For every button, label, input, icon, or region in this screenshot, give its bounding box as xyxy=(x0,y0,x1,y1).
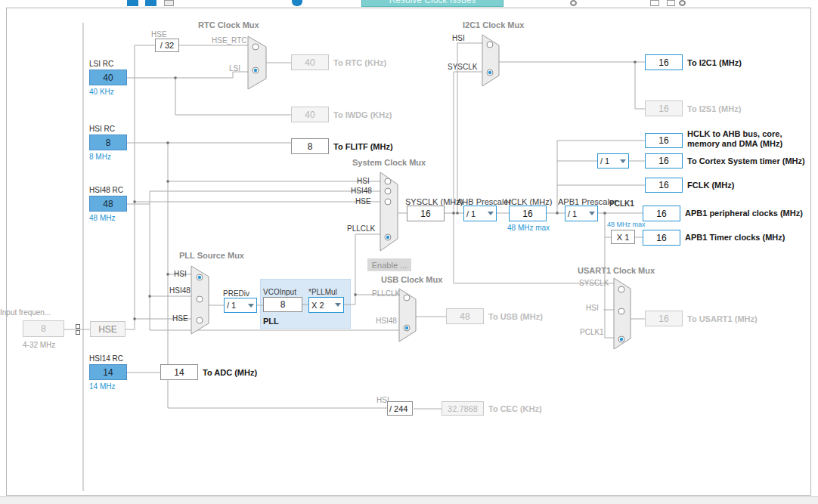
hsi14-frequency: 14 MHz xyxy=(89,382,115,391)
vco-input-box: 8 xyxy=(263,297,302,312)
rtc-hse-rtc-label: HSE_RTC xyxy=(212,36,247,45)
wires xyxy=(64,23,645,491)
usart1-mux-radio-sysclk[interactable] xyxy=(618,286,624,292)
cortex-prescaler-dropdown[interactable]: / 1 xyxy=(597,153,629,169)
pclk1-label: PCLK1 xyxy=(609,199,634,208)
ahb-prescaler-dropdown[interactable]: / 1 xyxy=(463,206,497,221)
usb-hsi48-in-label: HSI48 xyxy=(376,317,397,325)
i2s1-out-box: 16 xyxy=(645,100,683,116)
input-frequency-field[interactable]: 8 xyxy=(23,320,64,337)
hsi48-frequency: 48 MHz xyxy=(89,214,115,222)
pll-mux-radio-hse[interactable] xyxy=(197,317,203,323)
i2c1-mux-title: I2C1 Clock Mux xyxy=(463,20,524,29)
prediv-label: PREDiv xyxy=(223,289,249,298)
usart1-mux-title: USART1 Clock Mux xyxy=(578,266,655,275)
lsi-name: LSI RC xyxy=(89,60,113,68)
adc-out-label: To ADC (MHz) xyxy=(203,368,278,377)
usart1-sysclk-in-label: SYSCLK xyxy=(579,279,609,287)
vco-input-label: VCOInput xyxy=(263,288,296,296)
clock-configuration-screen: Resolve Clock Issues xyxy=(0,0,818,504)
pll-mux-radio-hsi48[interactable] xyxy=(197,296,203,302)
pll-hsi-in-label: HSI xyxy=(174,270,187,278)
i2c1-out-box[interactable]: 16 xyxy=(645,54,683,70)
mux-shapes xyxy=(191,35,631,349)
rtc-mux-radio-hse[interactable] xyxy=(253,44,259,50)
hse-connection-handle-bottom[interactable] xyxy=(76,330,80,335)
pllmul-value: X 2 xyxy=(311,301,324,310)
input-frequency-range: 4-32 MHz xyxy=(23,341,55,349)
system-hse-in-label: HSE xyxy=(355,197,371,206)
cec-out-box: 32.7868 xyxy=(442,401,484,416)
usb-pllclk-in-label: PLLCLK xyxy=(372,289,400,298)
i2c1-mux-radio-hsi[interactable] xyxy=(487,42,493,48)
pll-hse-in-label: HSE xyxy=(172,314,188,323)
status-bar xyxy=(0,496,818,504)
flitf-out-label: To FLITF (MHz) xyxy=(333,142,417,151)
enable-css-button[interactable]: Enable ... xyxy=(367,258,411,271)
usb-mux-radio-selected-dot xyxy=(405,326,408,329)
pll-panel-label: PLL xyxy=(263,317,279,326)
rtc-div32-box: / 32 xyxy=(155,39,179,52)
i2c1-out-label: To I2C1 (MHz) xyxy=(687,58,770,67)
hclk-ahb-out-box[interactable]: 16 xyxy=(645,133,683,148)
apb1-prescaler-dropdown[interactable]: / 1 xyxy=(565,206,598,221)
pllmul-dropdown[interactable]: X 2 xyxy=(308,297,344,313)
rtc-out-box: 40 xyxy=(291,54,329,70)
hsi-frequency: 8 MHz xyxy=(89,153,111,161)
usart1-out-label: To USART1 (MHz) xyxy=(687,314,778,323)
adc-value-box: 14 xyxy=(160,364,198,380)
pll-hsi48-in-label: HSI48 xyxy=(169,286,191,295)
prediv-value: / 1 xyxy=(227,301,236,310)
cortex-prescaler-value: / 1 xyxy=(600,156,609,165)
iwdg-out-box: 40 xyxy=(291,107,329,122)
pllmul-label: *PLLMul xyxy=(308,288,337,296)
i2s1-out-label: To I2S1 (MHz) xyxy=(687,104,770,113)
usart1-hsi-in-label: HSI xyxy=(586,304,599,312)
prediv-dropdown[interactable]: / 1 xyxy=(224,298,257,313)
sysclk-value-box: 16 xyxy=(407,206,445,221)
lsi-frequency: 40 KHz xyxy=(89,88,114,96)
apb1-timer-label: APB1 Timer clocks (MHz) xyxy=(685,233,811,242)
hclk-value-box[interactable]: 16 xyxy=(509,206,547,221)
dropdown-arrow-icon xyxy=(248,304,254,308)
hsi14-value-box: 14 xyxy=(89,364,127,380)
usart1-mux-radio-hsi[interactable] xyxy=(618,308,624,314)
dropdown-arrow-icon xyxy=(335,303,341,307)
ahb-prescaler-value: / 1 xyxy=(466,209,476,218)
system-mux-radio-hse[interactable] xyxy=(385,199,391,205)
dropdown-arrow-icon xyxy=(620,159,626,163)
system-mux-radio-hsi48[interactable] xyxy=(385,188,391,194)
usart1-pclk1-in-label: PCLK1 xyxy=(580,328,604,336)
iwdg-out-label: To IWDG (KHz) xyxy=(333,110,417,119)
apb1-peripheral-label: APB1 peripheral clocks (MHz) xyxy=(685,209,811,218)
usb-mux-radio-pllclk[interactable] xyxy=(404,295,410,301)
system-mux-radio-hsi[interactable] xyxy=(385,178,391,184)
usart1-mux-radio-selected-dot xyxy=(620,338,623,341)
rtc-hse-in-label: HSE xyxy=(151,30,167,39)
cec-out-label: To CEC (KHz) xyxy=(488,404,572,413)
system-mux-radio-selected-dot xyxy=(386,236,389,239)
hse-connection-handle-top[interactable] xyxy=(76,324,80,329)
rtc-mux-title: RTC Clock Mux xyxy=(198,20,259,29)
hsi48-value-box: 48 xyxy=(89,196,127,212)
fclk-out-label: FCLK (MHz) xyxy=(687,181,778,190)
hsi-name: HSI RC xyxy=(89,125,115,133)
i2c1-sysclk-in-label: SYSCLK xyxy=(448,63,477,71)
fclk-out-box[interactable]: 16 xyxy=(645,178,683,193)
cortex-out-label: To Cortex System timer (MHz) xyxy=(687,156,811,165)
cortex-out-box[interactable]: 16 xyxy=(645,153,683,169)
system-mux-title: System Clock Mux xyxy=(352,158,426,167)
hse-block: HSE xyxy=(90,321,125,337)
pll-mux-radio-selected-dot xyxy=(198,276,201,279)
system-hsi-in-label: HSI xyxy=(357,177,370,185)
apb1-peripheral-box[interactable]: 16 xyxy=(643,206,680,221)
cec-divider-box: / 244 xyxy=(387,401,413,416)
dropdown-arrow-icon xyxy=(589,212,595,215)
hsi14-name: HSI14 RC xyxy=(89,354,123,363)
apb1-timer-box[interactable]: 16 xyxy=(643,230,680,246)
apb1-timer-mult-box: X 1 xyxy=(611,230,635,244)
usb-mux-title: USB Clock Mux xyxy=(381,275,442,284)
rtc-mux-radio-selected-dot xyxy=(254,69,257,72)
flitf-value-box: 8 xyxy=(291,138,329,154)
input-frequency-label: Input frequen... xyxy=(0,308,54,317)
